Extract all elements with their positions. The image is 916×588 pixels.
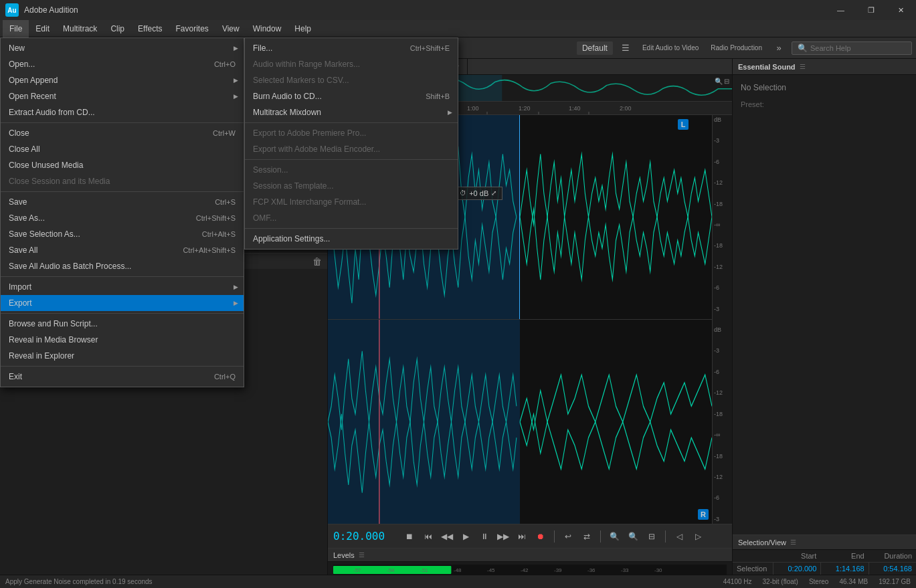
export-fcp-xml: FCP XML Interchange Format... [245, 194, 458, 210]
menu-export[interactable]: Export [1, 295, 244, 311]
rewind-btn[interactable]: ◀◀ [439, 528, 455, 545]
zoom-in-btn[interactable]: 🔍 [625, 528, 641, 545]
export-file-shortcut: Ctrl+Shift+E [410, 44, 450, 52]
svg-text:2:00: 2:00 [620, 105, 632, 112]
menu-new[interactable]: New [1, 40, 244, 56]
menu-save-label: Save [9, 197, 215, 207]
menu-browse-script[interactable]: Browse and Run Script... [1, 316, 244, 332]
menu-effects[interactable]: Effects [131, 20, 169, 37]
right-channel: R [328, 320, 712, 524]
no-selection-text: No Selection [733, 75, 916, 100]
sel-end-val[interactable]: 1:14.168 [820, 563, 868, 575]
menu-close[interactable]: Close Ctrl+W [1, 125, 244, 141]
menu-save-batch[interactable]: Save All Audio as Batch Process... [1, 258, 244, 274]
menu-close-unused[interactable]: Close Unused Media [1, 157, 244, 173]
sel-view-menu[interactable]: ☰ [790, 538, 796, 546]
window-controls[interactable]: — ❐ ✕ [826, 0, 916, 20]
app-title: Adobe Audition [24, 5, 78, 15]
menu-favorites[interactable]: Favorites [169, 20, 215, 37]
pause-btn[interactable]: ⏸ [476, 528, 492, 545]
menu-open-recent[interactable]: Open Recent [1, 88, 244, 104]
sel-dur-val[interactable]: 0:54.168 [868, 563, 916, 575]
menu-save-selection-as[interactable]: Save Selection As... Ctrl+Alt+S [1, 226, 244, 242]
bit-depth-status: 32-bit (float) [763, 578, 798, 585]
menu-reveal-explorer[interactable]: Reveal in Explorer [1, 348, 244, 364]
record-btn[interactable]: ⏺ [533, 528, 549, 545]
export-file[interactable]: File... Ctrl+Shift+E [245, 40, 458, 56]
menu-file[interactable]: File [3, 20, 29, 37]
export-session-label: Session... [253, 165, 450, 175]
export-session-template-label: Session as Template... [253, 181, 450, 191]
menu-open[interactable]: Open... Ctrl+O [1, 56, 244, 72]
skip-silence-btn[interactable]: ⇄ [579, 528, 595, 545]
export-burn-cd[interactable]: Burn Audio to CD... Shift+B [245, 88, 458, 104]
export-multitrack[interactable]: Multitrack Mixdown [245, 104, 458, 120]
ff-btn[interactable]: ▶▶ [495, 528, 511, 545]
menu-open-append[interactable]: Open Append [1, 72, 244, 88]
svg-text:-39: -39 [554, 567, 562, 573]
menu-save-sel-shortcut: Ctrl+Alt+S [202, 230, 236, 238]
menu-edit[interactable]: Edit [29, 20, 56, 37]
close-button[interactable]: ✕ [886, 0, 916, 20]
menu-reveal-media-browser[interactable]: Reveal in Media Browser [1, 332, 244, 348]
workspace-area: Default ☰ Edit Audio to Video Radio Prod… [577, 40, 912, 56]
sel-start-val[interactable]: 0:20.000 [773, 563, 820, 575]
workspace-menu[interactable]: ☰ [617, 40, 634, 56]
menu-save-batch-label: Save All Audio as Batch Process... [9, 262, 236, 271]
selection-overlay-r [328, 320, 520, 524]
sample-rate-status: 44100 Hz [723, 578, 752, 585]
export-section-3: Session... Session as Template... FCP XM… [245, 160, 458, 229]
levels-menu-icon[interactable]: ☰ [359, 551, 365, 559]
menu-exit[interactable]: Exit Ctrl+Q [1, 369, 244, 385]
svg-text:-33: -33 [621, 567, 629, 573]
menu-save-as[interactable]: Save As... Ctrl+Shift+S [1, 210, 244, 226]
search-help-input[interactable] [810, 44, 906, 52]
gain-expand-icon[interactable]: ⤢ [491, 189, 496, 197]
loop-transport-btn[interactable]: ↩ [560, 528, 576, 545]
export-burn-label: Burn Audio to CD... [253, 92, 426, 101]
file-size-status: 46.34 MB [839, 578, 868, 585]
zoom-fit-btn[interactable]: ⊟ [724, 78, 729, 85]
essential-sound-header: Essential Sound ☰ [733, 59, 916, 75]
menu-save-all[interactable]: Save All Ctrl+Alt+Shift+S [1, 242, 244, 258]
col-empty [733, 550, 773, 563]
menu-section-3: Save Ctrl+S Save As... Ctrl+Shift+S Save… [1, 192, 244, 277]
skip-back-btn[interactable]: ⏮ [420, 528, 436, 545]
export-omf-label: OMF... [253, 213, 450, 223]
skip-fwd-btn[interactable]: ⏭ [514, 528, 530, 545]
menu-close-all[interactable]: Close All [1, 141, 244, 157]
svg-text:-51: -51 [420, 567, 428, 573]
radio-production[interactable]: Radio Production [707, 40, 766, 56]
essential-sound-menu[interactable]: ☰ [800, 63, 806, 70]
stop-btn[interactable]: ⏹ [401, 528, 418, 545]
menu-open-label: Open... [9, 60, 214, 69]
menu-multitrack[interactable]: Multitrack [56, 20, 104, 37]
menu-extract-audio[interactable]: Extract Audio from CD... [1, 104, 244, 120]
more-workspaces[interactable]: » [770, 40, 788, 56]
workspace-label[interactable]: Default [577, 41, 613, 55]
fit-selection-btn[interactable]: ⊟ [644, 528, 660, 545]
edit-audio-to-video[interactable]: Edit Audio to Video [638, 40, 703, 56]
svg-text:-36: -36 [587, 567, 596, 573]
prev-marker-btn[interactable]: ◁ [671, 528, 687, 545]
menu-window[interactable]: Window [246, 20, 288, 37]
transport-time: 0:20.000 [333, 530, 393, 543]
next-marker-btn[interactable]: ▷ [690, 528, 706, 545]
zoom-in-overview[interactable]: 🔍 [715, 78, 723, 85]
export-fcp-label: FCP XML Interchange Format... [253, 197, 450, 207]
minimize-button[interactable]: — [826, 0, 856, 20]
delete-history-btn[interactable]: 🗑 [312, 256, 322, 267]
menu-help[interactable]: Help [288, 20, 318, 37]
col-start: Start [773, 550, 820, 563]
svg-text:-30: -30 [654, 567, 662, 573]
play-btn[interactable]: ▶ [458, 528, 474, 545]
export-burn-shortcut: Shift+B [426, 92, 450, 100]
menu-import[interactable]: Import [1, 279, 244, 295]
db-m12d: -12 [714, 474, 731, 480]
menu-save[interactable]: Save Ctrl+S [1, 194, 244, 210]
menu-clip[interactable]: Clip [104, 20, 131, 37]
export-app-settings[interactable]: Application Settings... [245, 231, 458, 247]
menu-view[interactable]: View [215, 20, 246, 37]
zoom-out-btn[interactable]: 🔍 [606, 528, 622, 545]
maximize-button[interactable]: ❐ [856, 0, 886, 20]
